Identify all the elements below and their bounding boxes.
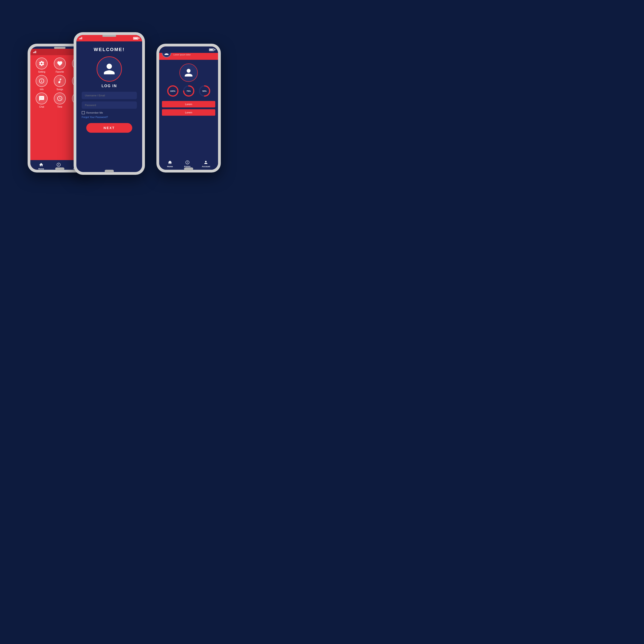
right-nav-points[interactable]: Points xyxy=(184,160,191,168)
remember-me-row: Remember Me xyxy=(82,111,137,114)
songs-label: Songs xyxy=(57,88,63,91)
account-subtitle: Lorem Ipsum dolor xyxy=(173,54,196,56)
progress-100: 100% xyxy=(167,85,179,97)
right-status-bar xyxy=(159,46,218,53)
time-label: Time xyxy=(57,106,62,108)
phone-center-speaker xyxy=(102,35,116,37)
username-input[interactable] xyxy=(82,92,137,99)
setting-icon xyxy=(39,60,45,66)
grid-item-chat[interactable]: Chat xyxy=(34,92,50,108)
chat-icon xyxy=(39,95,45,101)
progress-75: 75% xyxy=(182,85,195,97)
password-input[interactable] xyxy=(82,101,137,109)
favorite-label: Favorite xyxy=(56,71,64,73)
phone-right-home xyxy=(184,167,193,170)
favorite-icon xyxy=(57,60,63,66)
grid-item-favorite[interactable]: Favorite xyxy=(52,57,68,73)
phone-center-screen: WELCOME! LOG IN Remember Me xyxy=(76,35,142,172)
right-nav-home[interactable]: Home xyxy=(167,160,173,168)
grid-item-info[interactable]: Info xyxy=(34,75,50,91)
phone-center: WELCOME! LOG IN Remember Me xyxy=(74,32,145,175)
right-nav-home-label: Home xyxy=(167,165,173,168)
points-icon xyxy=(56,162,61,167)
phones-container: Search Setting xyxy=(21,21,228,228)
remember-checkbox[interactable] xyxy=(82,111,85,114)
right-nav-points-label: Points xyxy=(184,165,191,168)
progress-50: 50% xyxy=(198,85,211,97)
progress-75-label: 75% xyxy=(187,90,191,92)
lorem-btn-2[interactable]: Lorem xyxy=(162,109,215,116)
grid-item-songs[interactable]: Songs xyxy=(52,75,68,91)
profile-avatar xyxy=(179,63,198,82)
nav-home-label: Home xyxy=(38,168,44,170)
next-button[interactable]: NEXT xyxy=(86,123,132,133)
time-icon xyxy=(57,95,63,101)
login-screen: WELCOME! LOG IN Remember Me xyxy=(76,35,142,172)
progress-row: 100% 75% xyxy=(159,85,218,97)
progress-100-label: 100% xyxy=(170,90,175,92)
user-avatar xyxy=(97,56,122,82)
info-label: Info xyxy=(40,88,44,91)
phone-center-home xyxy=(105,170,114,173)
welcome-heading: WELCOME! xyxy=(94,47,125,52)
center-battery-icon xyxy=(133,37,139,40)
songs-icon xyxy=(57,78,63,84)
login-heading: LOG IN xyxy=(101,84,117,88)
grid-item-setting[interactable]: Setting xyxy=(34,57,50,73)
center-signal-icon xyxy=(79,37,82,39)
right-home-icon xyxy=(168,160,172,165)
phone-left-home xyxy=(55,167,64,170)
grid-item-time[interactable]: Time xyxy=(52,92,68,108)
right-battery-icon xyxy=(209,49,215,51)
right-nav-account-label: Account xyxy=(202,165,210,168)
right-points-icon xyxy=(185,160,190,165)
right-account-icon xyxy=(204,160,208,165)
signal-icon xyxy=(33,51,36,53)
avatar-icon xyxy=(101,61,117,77)
lorem-btn-1[interactable]: Lorem xyxy=(162,101,215,107)
profile-avatar-icon xyxy=(183,67,194,78)
info-icon xyxy=(39,78,45,84)
account-screen: Account Name Lorem Ipsum dolor xyxy=(159,46,218,170)
nav-home[interactable]: Home xyxy=(38,162,44,170)
chat-label: Chat xyxy=(39,106,44,108)
setting-label: Setting xyxy=(38,71,45,73)
phone-right: Account Name Lorem Ipsum dolor xyxy=(156,44,221,173)
progress-50-label: 50% xyxy=(202,90,207,92)
right-nav-account[interactable]: Account xyxy=(202,160,210,168)
phone-left-speaker xyxy=(54,47,66,49)
forgot-password-link[interactable]: Forgot Your Password? xyxy=(82,116,137,118)
remember-label: Remember Me xyxy=(86,111,103,114)
phone-right-screen: Account Name Lorem Ipsum dolor xyxy=(159,46,218,170)
home-icon xyxy=(39,162,43,167)
